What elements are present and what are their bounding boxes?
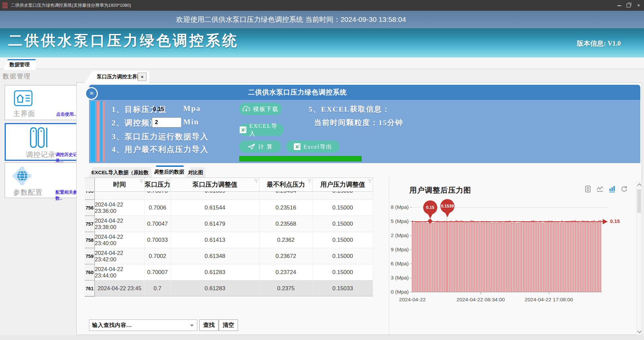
y-axis-tick: 0 (Mpa): [379, 289, 409, 295]
pressure-bar: [440, 221, 442, 292]
sidebar-item-hint[interactable]: 点击使用...: [56, 111, 77, 117]
control-panel-header: [89, 85, 640, 100]
pressure-bar: [519, 223, 521, 292]
table-bottom-border: [85, 296, 373, 296]
pressure-bar: [523, 221, 524, 292]
excel-icon: X: [239, 126, 247, 134]
pressure-bar: [553, 221, 554, 292]
excel-import-button[interactable]: X EXCEL导入: [239, 124, 284, 136]
bar-chart-icon[interactable]: [608, 185, 616, 193]
x-axis-tick: 2024-04-22 08:34:00: [444, 297, 518, 303]
table-cell: 0.2375: [259, 280, 313, 297]
column-header-label: 用户压力调整值: [320, 181, 365, 188]
calculate-button[interactable]: 计 算: [239, 141, 281, 153]
reference-label: 0.15: [610, 218, 620, 224]
table-cell: 0.2362: [259, 232, 313, 248]
y-axis-tick: 5 (Mpa): [379, 218, 409, 225]
tab-adjusted-data[interactable]: 调整后的数据: [153, 165, 185, 178]
sidebar-item-main[interactable]: 主界面 点击使用...: [5, 85, 82, 120]
pressure-bar: [543, 223, 544, 292]
table-row[interactable]: 7602024-04-22 23:44:000.700070.612830.23…: [85, 264, 373, 280]
vertical-scrollbar[interactable]: [636, 182, 642, 335]
column-header[interactable]: 泵口压力调整值: [171, 178, 259, 191]
tab-data-management[interactable]: 数据管理: [3, 59, 36, 70]
pressure-bar: [558, 222, 559, 292]
pressure-bar: [412, 221, 413, 292]
pressure-bar: [482, 221, 484, 292]
tab-excel-raw-data[interactable]: EXCEL导入数据（原始数据）: [88, 167, 152, 178]
refresh-icon[interactable]: [620, 185, 628, 193]
pressure-bar: [425, 222, 427, 292]
table-row[interactable]: 7592024-04-22 23:42:000.70020.613480.236…: [85, 248, 373, 264]
pressure-bar: [413, 223, 415, 292]
tab-pump-pressure-main[interactable]: 泵口压力调控主界面 ×: [85, 71, 149, 83]
pressure-bar: [546, 222, 548, 292]
filter-icon[interactable]: [254, 180, 258, 183]
line-chart-icon[interactable]: [596, 185, 604, 193]
y-axis-tick: 9 (Mpa): [379, 246, 409, 253]
table-cell: 0.61479: [171, 216, 259, 232]
x-axis-tickmark: [481, 292, 481, 294]
table-row[interactable]: 7550.700730.616090.234640.15000: [85, 191, 373, 200]
excel-export-button[interactable]: X Excel导出: [286, 141, 339, 153]
scrollbar-thumb[interactable]: [637, 189, 641, 213]
clear-button[interactable]: 清空: [219, 319, 238, 331]
pressure-bar: [573, 221, 574, 292]
pressure-bar: [550, 221, 551, 292]
search-combobox[interactable]: 输入查找内容...: [89, 319, 197, 331]
close-button[interactable]: ×: [635, 2, 643, 9]
filter-icon[interactable]: [139, 180, 143, 183]
pressure-bar: [514, 221, 516, 292]
column-header[interactable]: 最不利点压力: [259, 178, 313, 191]
table-header: 时间泵口压力泵口压力调整值最不利点压力用户压力调整值: [85, 178, 373, 192]
filter-icon[interactable]: [368, 180, 372, 183]
sidebar-item-params[interactable]: 参数配置 配置相关参数..: [5, 162, 82, 198]
column-header-label: 时间: [113, 181, 126, 188]
table-row[interactable]: 7572024-04-22 23:38:000.700470.614790.23…: [85, 216, 373, 232]
pressure-bar: [560, 223, 561, 292]
restore-icon: [627, 4, 631, 7]
table-cell: 0.61609: [171, 191, 259, 200]
pressure-bar: [587, 221, 588, 292]
scroll-up-icon[interactable]: [637, 183, 642, 188]
column-header[interactable]: 时间: [95, 178, 145, 191]
status-strip: [0, 335, 644, 340]
gauge-icon: ≋: [85, 87, 98, 100]
control-panel-title: 二供供水泵口压力绿色调控系统: [248, 85, 347, 100]
pressure-bar: [592, 221, 593, 292]
column-header[interactable]: 泵口压力: [145, 178, 171, 191]
pressure-bar: [555, 222, 556, 292]
data-view-icon[interactable]: [584, 185, 592, 193]
pressure-bar: [590, 221, 591, 292]
template-download-button[interactable]: 模板下载: [239, 103, 282, 115]
sidebar-item-label: 主界面: [13, 109, 35, 118]
filter-icon[interactable]: [308, 180, 311, 183]
decor-stripe: [91, 101, 95, 162]
pressure-bar: [508, 221, 509, 292]
frequency-label: 2、调控频次: [112, 118, 158, 128]
row-number: 761: [85, 280, 95, 297]
doc-tab-close-button[interactable]: ×: [138, 73, 147, 81]
scroll-down-icon[interactable]: [637, 329, 642, 333]
table-row[interactable]: 7612024-04-22 23:450.70.612830.23750.150…: [85, 280, 373, 297]
find-button[interactable]: 查找: [199, 319, 218, 331]
table-cell: 0.61413: [171, 232, 259, 248]
table-row[interactable]: 7582024-04-22 23:40:000.700330.614130.23…: [85, 232, 373, 248]
restore-button[interactable]: [625, 2, 633, 9]
x-axis-tickmark: [549, 292, 549, 294]
minimize-button[interactable]: [615, 2, 623, 9]
table-row[interactable]: 7562024-04-22 23:36:000.70060.615440.235…: [85, 200, 373, 216]
pressure-bar: [583, 221, 585, 292]
pressure-bar: [444, 221, 445, 292]
frequency-input[interactable]: [152, 117, 182, 127]
sidebar-item-records[interactable]: 调控记录 调控历史记录...: [5, 123, 82, 161]
y-axis-tick: 3 (Mpa): [379, 274, 409, 281]
x-axis-tick: 2024-04-22 17:08:00: [512, 297, 586, 303]
pressure-bar: [518, 223, 519, 292]
column-header[interactable]: 用户压力调整值: [313, 178, 373, 191]
x-axis-tick: 2024-04-22: [375, 297, 449, 303]
table-cell: 2024-04-22 23:44:00: [95, 264, 145, 280]
pressure-bar: [600, 220, 601, 292]
filter-icon[interactable]: [166, 180, 169, 183]
table-cell: 0.15000: [313, 191, 373, 200]
